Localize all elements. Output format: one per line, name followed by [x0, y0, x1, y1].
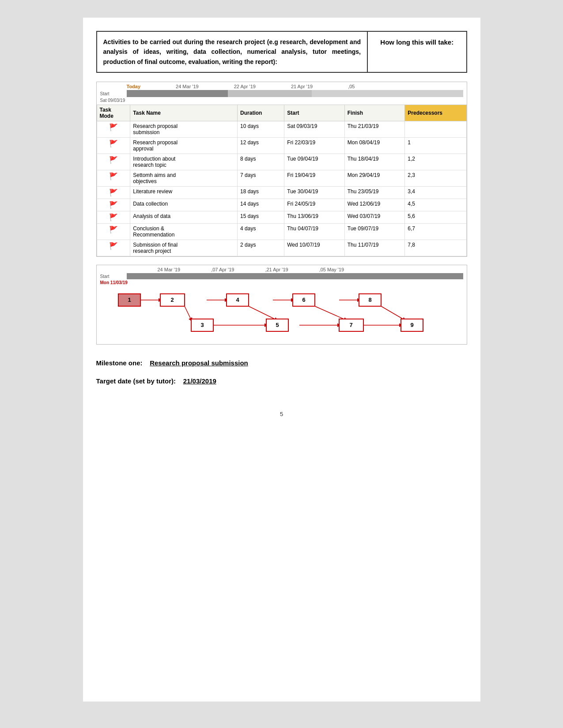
task-name: Data collection [130, 199, 238, 211]
svg-text:3: 3 [200, 322, 204, 328]
table-row: 🚩Settomh aims and objectives7 daysFri 19… [97, 170, 466, 187]
task-finish: Thu 21/03/19 [344, 121, 405, 138]
gantt-start-date: Sat 09/03/19 [100, 98, 463, 103]
target-date-text: Target date (set by tutor): 21/03/2019 [96, 375, 467, 387]
svg-line-4 [249, 306, 276, 320]
task-icon: 🚩 [97, 170, 130, 187]
task-duration: 12 days [238, 138, 284, 154]
task-start: Thu 13/06/19 [284, 211, 345, 224]
svg-rect-23 [339, 319, 363, 331]
task-finish: Thu 11/07/19 [344, 240, 405, 256]
task-pred: 5,6 [405, 211, 466, 224]
svg-rect-21 [293, 294, 315, 306]
task-icon: 🚩 [97, 199, 130, 211]
task-pred: 3,4 [405, 187, 466, 199]
svg-text:2: 2 [170, 296, 174, 303]
gantt-start-label: Start [100, 91, 127, 96]
table-row: 🚩Conclusion & Recommendation4 daysThu 04… [97, 224, 466, 240]
how-long-text: How long this will take: [380, 37, 453, 48]
task-icon: 🚩 [97, 138, 130, 154]
task-name: Literature review [130, 187, 238, 199]
task-name: Conclusion & Recommendation [130, 224, 238, 240]
today-label: Today [127, 84, 141, 89]
task-name: Analysis of data [130, 211, 238, 224]
table-row: 🚩Data collection14 daysFri 24/05/19Wed 1… [97, 199, 466, 211]
svg-line-10 [381, 306, 404, 320]
network-section: 24 Mar '19 ,07 Apr '19 ,21 Apr '19 ,05 M… [96, 265, 467, 345]
timeline-date-3: 21 Apr '19 [291, 84, 313, 89]
activities-box: Activities to be carried out during the … [97, 32, 368, 72]
task-finish: Tue 09/07/19 [344, 224, 405, 240]
table-row: 🚩Introduction about research topic8 days… [97, 154, 466, 170]
net-start-date: Mon 11/03/19 [100, 280, 463, 285]
task-duration: 2 days [238, 240, 284, 256]
task-name: Submission of final research project [130, 240, 238, 256]
task-name: Research proposal approval [130, 138, 238, 154]
task-name: Settomh aims and objectives [130, 170, 238, 187]
task-start: Wed 10/07/19 [284, 240, 345, 256]
task-duration: 10 days [238, 121, 284, 138]
table-row: 🚩Research proposal submission10 daysSat … [97, 121, 466, 138]
task-pred: 7,8 [405, 240, 466, 256]
task-start: Tue 30/04/19 [284, 187, 345, 199]
table-row: 🚩Analysis of data15 daysThu 13/06/19Wed … [97, 211, 466, 224]
gantt-section: Today 24 Mar '19 22 Apr '19 21 Apr '19 ,… [96, 82, 467, 257]
col-header-duration: Duration [238, 105, 284, 121]
svg-line-7 [315, 306, 346, 320]
table-row: 🚩Literature review18 daysTue 30/04/19Thu… [97, 187, 466, 199]
net-start-label: Start [100, 274, 127, 279]
svg-text:7: 7 [349, 322, 352, 328]
table-row: 🚩Submission of final research project2 d… [97, 240, 466, 256]
task-duration: 15 days [238, 211, 284, 224]
task-pred: 1 [405, 138, 466, 154]
svg-line-1 [185, 306, 191, 320]
svg-rect-15 [191, 319, 213, 331]
page-number: 5 [96, 411, 467, 417]
svg-rect-19 [266, 319, 288, 331]
gantt-table: TaskMode Task Name Duration Start Finish… [97, 105, 467, 256]
svg-text:6: 6 [302, 296, 305, 303]
col-header-finish: Finish [344, 105, 405, 121]
svg-rect-27 [401, 319, 423, 331]
svg-text:4: 4 [236, 296, 239, 303]
svg-text:9: 9 [410, 322, 413, 328]
table-row: 🚩Research proposal approval12 daysFri 22… [97, 138, 466, 154]
how-long-box: How long this will take: [368, 32, 466, 72]
svg-text:8: 8 [368, 296, 371, 303]
task-name: Research proposal submission [130, 121, 238, 138]
col-header-start: Start [284, 105, 345, 121]
task-finish: Wed 12/06/19 [344, 199, 405, 211]
milestone-label-1: Milestone one: [96, 359, 143, 367]
task-pred: 6,7 [405, 224, 466, 240]
task-pred: 2,3 [405, 170, 466, 187]
svg-rect-17 [227, 294, 249, 306]
task-pred [405, 121, 466, 138]
svg-rect-25 [359, 294, 381, 306]
task-finish: Thu 23/05/19 [344, 187, 405, 199]
svg-text:5: 5 [276, 322, 279, 328]
milestone-value-1: Research proposal submission [150, 359, 248, 367]
task-icon: 🚩 [97, 224, 130, 240]
task-finish: Mon 08/04/19 [344, 138, 405, 154]
net-timeline-2: ,07 Apr '19 [211, 267, 234, 272]
activities-text: Activities to be carried out during the … [103, 37, 361, 67]
task-start: Thu 04/07/19 [284, 224, 345, 240]
net-timeline-1: 24 Mar '19 [158, 267, 181, 272]
task-finish: Mon 29/04/19 [344, 170, 405, 187]
task-duration: 4 days [238, 224, 284, 240]
task-name: Introduction about research topic [130, 154, 238, 170]
task-icon: 🚩 [97, 211, 130, 224]
task-duration: 14 days [238, 199, 284, 211]
task-duration: 18 days [238, 187, 284, 199]
col-header-taskname: Task Name [130, 105, 238, 121]
task-start: Sat 09/03/19 [284, 121, 345, 138]
task-duration: 8 days [238, 154, 284, 170]
task-pred: 1,2 [405, 154, 466, 170]
timeline-date-4: ,05 [348, 84, 355, 89]
task-icon: 🚩 [97, 240, 130, 256]
task-start: Fri 19/04/19 [284, 170, 345, 187]
task-start: Tue 09/04/19 [284, 154, 345, 170]
page: Activities to be carried out during the … [83, 18, 480, 702]
svg-rect-13 [160, 294, 185, 306]
col-header-taskmode: TaskMode [97, 105, 130, 121]
